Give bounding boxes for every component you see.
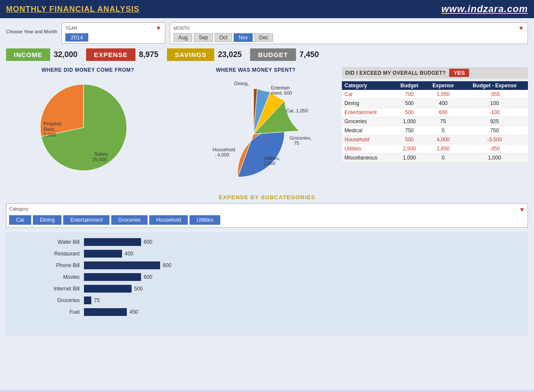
bar-value: 500 [134, 286, 143, 292]
bar-row: Movies 600 [41, 273, 519, 281]
budget-row-diff: 750 [461, 126, 528, 135]
choose-label: Choose Year and Month [6, 22, 57, 35]
budget-row-expense: 400 [425, 99, 461, 108]
bar-label: Movies [41, 274, 80, 280]
col-diff: Budget - Expense [461, 81, 528, 90]
bar-fill [84, 285, 132, 293]
month-selector[interactable]: MONTH ▼ Aug Sep Oct Nov Dec [170, 22, 528, 44]
budget-row-budget: 500 [394, 135, 425, 144]
bar-value: 400 [125, 251, 133, 257]
budget-answer: YES [449, 69, 469, 77]
expense-metric: EXPENSE 8,975 [86, 48, 158, 61]
budget-row-category: Utilities [342, 144, 394, 153]
svg-text:Utilities,: Utilities, [264, 156, 280, 161]
cat-car[interactable]: Car [9, 215, 31, 225]
svg-text:ment, 600: ment, 600 [271, 90, 292, 96]
income-label: INCOME [6, 48, 50, 61]
expense-label: EXPENSE [86, 48, 135, 61]
bar-label: Restaurant [41, 251, 80, 257]
budget-header: DID I EXCEED MY OVERALL BUDGET? YES [342, 67, 528, 79]
cat-dining[interactable]: Dining [33, 215, 61, 225]
savings-metric: SAVINGS 23,025 [167, 48, 241, 61]
table-row: Entertainment 500 600 -100 [342, 108, 528, 117]
svg-text:7,000: 7,000 [44, 132, 56, 137]
svg-text:Rent,: Rent, [44, 127, 55, 132]
bar-value: 75 [94, 297, 100, 303]
month-nov[interactable]: Nov [234, 33, 252, 42]
month-label: MONTH [174, 26, 190, 31]
budget-row-budget: 500 [394, 108, 425, 117]
table-row: Household 500 4,000 -3,500 [342, 135, 528, 144]
month-sep[interactable]: Sep [194, 33, 212, 42]
cat-household[interactable]: Household [149, 215, 188, 225]
bar-row: Phone Bill 800 [41, 261, 519, 269]
budget-row-category: Household [342, 135, 394, 144]
bar-row: Groceries 75 [41, 296, 519, 304]
year-value: 2014 [65, 33, 88, 41]
bar-label: Internet Bill [41, 286, 80, 292]
budget-row-diff: 100 [461, 99, 528, 108]
svg-text:Car, 1,050: Car, 1,050 [286, 108, 308, 113]
filter-label: Category [9, 206, 29, 213]
budget-row-budget: 1,000 [394, 117, 425, 126]
savings-value: 23,025 [218, 50, 241, 59]
svg-text:75: 75 [294, 140, 299, 146]
budget-row-budget: 500 [394, 99, 425, 108]
budget-row-category: Entertainment [342, 108, 394, 117]
bar-value: 450 [129, 309, 138, 315]
month-filter-icon[interactable]: ▼ [518, 25, 524, 32]
expense-chart: WHERE WAS MONEY SPENT? [174, 67, 338, 188]
svg-text:Entertain: Entertain [271, 85, 290, 90]
bar-row: Internet Bill 500 [41, 285, 519, 293]
bar-value: 600 [144, 239, 152, 245]
year-selector[interactable]: YEAR ▼ 2014 [61, 22, 165, 44]
budget-row-category: Dining [342, 99, 394, 108]
bar-fill [84, 273, 141, 281]
bar-label: Fuel [41, 309, 80, 315]
budget-row-category: Miscellaneous [342, 153, 394, 163]
filter-icon[interactable]: ▼ [519, 206, 525, 213]
budget-row-expense: 75 [425, 117, 461, 126]
cat-groceries[interactable]: Groceries [111, 215, 148, 225]
svg-text:25,000: 25,000 [92, 157, 107, 162]
subcategories-section: EXPENSE BY SUBCATEGORIES Category ▼ Car … [6, 194, 528, 228]
budget-question: DID I EXCEED MY OVERALL BUDGET? [345, 70, 446, 76]
col-expense: Expense [425, 81, 461, 90]
budget-row-category: Car [342, 90, 394, 99]
table-row: Utilities 2,500 2,850 -350 [342, 144, 528, 153]
property-label: Property [44, 121, 62, 126]
budget-row-budget: 2,500 [394, 144, 425, 153]
salary-label: Salary, [94, 151, 109, 156]
expense-pie-svg: Household , 4,000 Utilities, 2,850 Car, … [191, 76, 321, 188]
budget-row-diff: -350 [461, 90, 528, 99]
category-filter-header: Category ▼ [9, 206, 525, 213]
budget-row-expense: 2,850 [425, 144, 461, 153]
budget-section: DID I EXCEED MY OVERALL BUDGET? YES Cate… [342, 67, 528, 188]
year-filter-icon[interactable]: ▼ [155, 25, 161, 32]
month-dec[interactable]: Dec [254, 33, 273, 42]
bar-label: Phone Bill [41, 262, 80, 268]
bar-fill [84, 261, 160, 269]
budget-row-expense: 0 [425, 153, 461, 163]
table-row: Miscellaneous 1,000 0 1,000 [342, 153, 528, 163]
income-chart-title: WHERE DID MONEY COME FROM? [6, 67, 170, 73]
budget-row-category: Groceries [342, 117, 394, 126]
cat-utilities[interactable]: Utilities [190, 215, 220, 225]
svg-text:Household: Household [212, 147, 235, 152]
month-oct[interactable]: Oct [215, 33, 232, 42]
savings-label: SAVINGS [167, 48, 214, 61]
month-aug[interactable]: Aug [174, 33, 192, 42]
budget-row-expense: 0 [425, 126, 461, 135]
bar-fill [84, 296, 91, 304]
bar-fill [84, 308, 127, 316]
budget-table: Category Budget Expense Budget - Expense… [342, 81, 528, 163]
budget-row-expense: 1,050 [425, 90, 461, 99]
app-title: MONTHLY FINANCIAL ANALYSIS [6, 5, 139, 14]
bar-fill [84, 238, 141, 246]
category-btns: Car Dining Entertainment Groceries House… [9, 215, 525, 225]
budget-metric: BUDGET 7,450 [250, 48, 318, 61]
subcategories-title: EXPENSE BY SUBCATEGORIES [6, 194, 528, 201]
cat-entertainment[interactable]: Entertainment [63, 215, 109, 225]
budget-row-budget: 700 [394, 90, 425, 99]
charts-row: WHERE DID MONEY COME FROM? Salary, 25,00… [6, 67, 528, 188]
